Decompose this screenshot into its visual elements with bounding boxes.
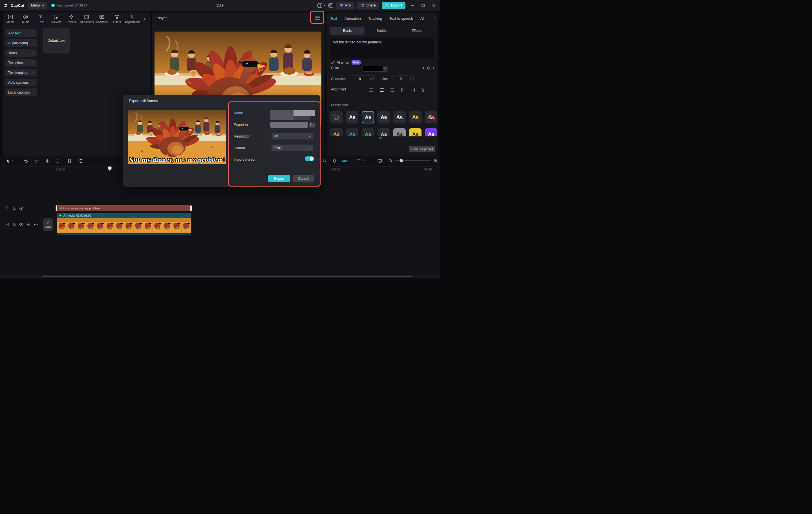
- resolution-select[interactable]: 8K: [271, 133, 313, 140]
- preset-style-shadow[interactable]: Aa: [393, 111, 406, 123]
- zoom-in-icon[interactable]: [432, 157, 439, 164]
- color-select[interactable]: [362, 66, 388, 71]
- timeline-zoom-slider[interactable]: [395, 160, 431, 161]
- preset-style-green[interactable]: Aa: [362, 128, 374, 137]
- tab-stickers[interactable]: Stickers: [49, 12, 64, 26]
- align-vertical-top-icon[interactable]: [400, 87, 405, 93]
- preset-style-purple-bg[interactable]: Aa: [425, 128, 437, 137]
- tab-adjustment[interactable]: Adjustment: [125, 12, 140, 26]
- dialog-cancel-button[interactable]: Cancel: [293, 175, 314, 182]
- link-toggle-chevron[interactable]: [347, 157, 351, 164]
- align-vertical-bottom-icon[interactable]: [421, 87, 426, 93]
- timeline-horizontal-scrollbar[interactable]: [0, 275, 440, 278]
- tab-captions[interactable]: Captions: [94, 12, 109, 26]
- lock-icon[interactable]: [12, 206, 16, 210]
- sidebar-item-text-template[interactable]: Text template: [5, 69, 37, 77]
- preset-style-yellow-bg[interactable]: Aa: [409, 128, 422, 137]
- minimize-button[interactable]: [408, 1, 416, 9]
- export-button[interactable]: Export: [382, 2, 405, 9]
- more-options-icon[interactable]: [34, 224, 38, 225]
- close-button[interactable]: [430, 1, 438, 9]
- tab-effects[interactable]: Effects: [64, 12, 79, 26]
- sidebar-item-text-effects[interactable]: Text effects: [5, 59, 37, 66]
- maximize-button[interactable]: [419, 1, 427, 9]
- export-path-redacted[interactable]: [270, 122, 308, 128]
- preset-style-outline[interactable]: Aa: [378, 111, 390, 123]
- subtab-bubble[interactable]: Bubble: [365, 27, 399, 35]
- preset-style-blue[interactable]: Aa: [346, 128, 358, 137]
- tab-audio[interactable]: Audio: [18, 12, 33, 26]
- tab-strip-expand-chevron[interactable]: [140, 12, 148, 26]
- speaker-icon[interactable]: [27, 223, 30, 226]
- split-clip-button[interactable]: [44, 157, 51, 164]
- align-left-icon[interactable]: [369, 87, 374, 93]
- tab-tracking[interactable]: Tracking: [368, 16, 382, 21]
- eye-icon[interactable]: [19, 207, 23, 210]
- subtab-basic[interactable]: Basic: [330, 27, 365, 35]
- default-text-card[interactable]: Default text: [43, 28, 70, 54]
- tab-transitions[interactable]: Transitions: [79, 12, 94, 26]
- tab-animation[interactable]: Animation: [345, 16, 361, 21]
- preset-style-grey[interactable]: Aa: [378, 128, 390, 137]
- stepper-arrows-icon[interactable]: [409, 76, 413, 82]
- delete-left-button[interactable]: [55, 157, 62, 164]
- preset-style-dark[interactable]: Aa: [393, 128, 406, 137]
- lock-icon[interactable]: [12, 222, 16, 226]
- subtab-effects[interactable]: Effects: [400, 27, 434, 35]
- zoom-out-icon[interactable]: [387, 157, 394, 164]
- timeline-tracks[interactable]: TI Cover Not my dinner, not my problem! …: [0, 173, 440, 275]
- preset-expand-chevron[interactable]: [379, 137, 382, 139]
- preset-style-plain[interactable]: Aa: [346, 111, 358, 123]
- delete-button[interactable]: [77, 157, 85, 164]
- magnet-snap-toggle[interactable]: [321, 157, 328, 164]
- text-clip[interactable]: Not my dinner, not my problem!: [56, 205, 192, 211]
- undo-button[interactable]: [22, 157, 29, 164]
- multitrack-view-chevron[interactable]: [362, 157, 366, 164]
- keyframe-toggle[interactable]: [331, 157, 338, 164]
- fit-timeline-button[interactable]: [376, 157, 383, 164]
- tab-text-properties[interactable]: Text: [330, 16, 337, 21]
- clip-right-handle[interactable]: [190, 205, 192, 211]
- ai-writer-row[interactable]: AI writer Free: [331, 60, 360, 64]
- properties-tabs-chevron[interactable]: [434, 16, 436, 20]
- preset-style-yellow[interactable]: Aa: [409, 111, 422, 123]
- preset-none[interactable]: [330, 111, 343, 123]
- browse-folder-button[interactable]: [309, 122, 316, 128]
- select-tool[interactable]: [4, 157, 12, 164]
- preset-style-gold[interactable]: Aa: [330, 128, 343, 137]
- tab-ai[interactable]: AI: [420, 16, 424, 21]
- redo-button[interactable]: [33, 157, 40, 164]
- name-value-redacted[interactable]: [270, 110, 293, 120]
- align-center-icon[interactable]: [379, 87, 384, 93]
- format-select[interactable]: PNG: [271, 145, 313, 151]
- delete-right-button[interactable]: [65, 157, 73, 164]
- align-vertical-center-icon[interactable]: [410, 87, 416, 93]
- text-content-input[interactable]: Not my dinner, not my problem!: [330, 38, 434, 59]
- import-project-toggle[interactable]: [305, 156, 314, 161]
- save-as-preset-button[interactable]: Save as preset: [409, 146, 435, 152]
- preset-style-selected[interactable]: Aa: [362, 111, 374, 123]
- scrollbar-thumb[interactable]: [42, 276, 412, 277]
- layout-panels-icon[interactable]: [317, 3, 325, 8]
- cover-button[interactable]: Cover: [43, 218, 53, 231]
- sidebar-item-yours[interactable]: Yours: [5, 49, 37, 57]
- tab-text[interactable]: TI Text: [33, 12, 49, 26]
- dialog-export-button[interactable]: Export: [268, 175, 290, 182]
- chevron-right-icon[interactable]: [432, 66, 434, 70]
- notes-panel-icon[interactable]: [328, 3, 333, 8]
- player-menu-icon[interactable]: [314, 14, 321, 22]
- share-button[interactable]: Share: [357, 2, 379, 9]
- preset-style-red[interactable]: Aa: [425, 111, 437, 123]
- line-stepper[interactable]: 0: [392, 75, 414, 82]
- chevron-left-icon[interactable]: [423, 66, 425, 70]
- character-stepper[interactable]: 0: [351, 75, 374, 82]
- sidebar-item-ai-packaging[interactable]: AI packaging: [5, 39, 37, 47]
- sidebar-item-add-text[interactable]: Add text: [5, 29, 37, 37]
- menu-button[interactable]: Menu: [28, 2, 47, 9]
- select-tool-chevron[interactable]: [11, 157, 15, 164]
- sidebar-item-auto-captions[interactable]: Auto captions: [5, 79, 37, 86]
- color-picker-icon[interactable]: [427, 66, 430, 70]
- video-clip[interactable]: AI media 00:00:03:00: [57, 213, 191, 235]
- zoom-slider-handle[interactable]: [400, 159, 403, 162]
- stepper-arrows-icon[interactable]: [369, 76, 373, 82]
